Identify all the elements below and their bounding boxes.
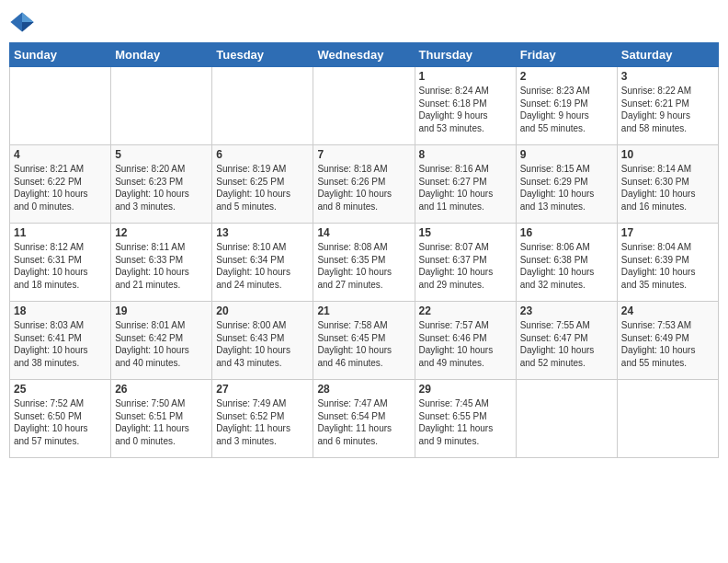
week-row-4: 25Sunrise: 7:52 AM Sunset: 6:50 PM Dayli… xyxy=(10,380,719,458)
calendar-table: SundayMondayTuesdayWednesdayThursdayFrid… xyxy=(9,42,719,458)
day-cell: 26Sunrise: 7:50 AM Sunset: 6:51 PM Dayli… xyxy=(111,380,212,458)
day-cell: 10Sunrise: 8:14 AM Sunset: 6:30 PM Dayli… xyxy=(617,145,718,224)
day-cell: 7Sunrise: 8:18 AM Sunset: 6:26 PM Daylig… xyxy=(313,145,415,224)
week-row-3: 18Sunrise: 8:03 AM Sunset: 6:41 PM Dayli… xyxy=(10,302,719,380)
day-info: Sunrise: 8:20 AM Sunset: 6:23 PM Dayligh… xyxy=(115,163,208,213)
day-cell: 11Sunrise: 8:12 AM Sunset: 6:31 PM Dayli… xyxy=(10,224,111,302)
day-cell: 29Sunrise: 7:45 AM Sunset: 6:55 PM Dayli… xyxy=(415,380,516,458)
day-info: Sunrise: 7:49 AM Sunset: 6:52 PM Dayligh… xyxy=(216,397,309,447)
day-info: Sunrise: 8:15 AM Sunset: 6:29 PM Dayligh… xyxy=(520,163,613,213)
day-number: 5 xyxy=(115,148,208,161)
day-cell xyxy=(212,67,313,145)
day-cell: 13Sunrise: 8:10 AM Sunset: 6:34 PM Dayli… xyxy=(212,224,313,302)
day-info: Sunrise: 7:52 AM Sunset: 6:50 PM Dayligh… xyxy=(14,397,107,447)
day-number: 10 xyxy=(621,148,714,161)
day-number: 18 xyxy=(14,304,107,317)
header-row: SundayMondayTuesdayWednesdayThursdayFrid… xyxy=(10,43,719,67)
header-cell-wednesday: Wednesday xyxy=(313,43,415,67)
day-info: Sunrise: 7:47 AM Sunset: 6:54 PM Dayligh… xyxy=(317,397,410,447)
day-number: 23 xyxy=(520,304,613,317)
day-info: Sunrise: 8:21 AM Sunset: 6:22 PM Dayligh… xyxy=(14,163,107,213)
day-cell xyxy=(10,67,111,145)
day-info: Sunrise: 8:10 AM Sunset: 6:34 PM Dayligh… xyxy=(216,241,309,291)
day-number: 9 xyxy=(520,148,613,161)
day-cell: 23Sunrise: 7:55 AM Sunset: 6:47 PM Dayli… xyxy=(516,302,617,380)
day-cell: 16Sunrise: 8:06 AM Sunset: 6:38 PM Dayli… xyxy=(516,224,617,302)
week-row-2: 11Sunrise: 8:12 AM Sunset: 6:31 PM Dayli… xyxy=(10,224,719,302)
day-cell xyxy=(617,380,718,458)
day-number: 28 xyxy=(317,383,410,396)
day-info: Sunrise: 8:11 AM Sunset: 6:33 PM Dayligh… xyxy=(115,241,208,291)
day-cell: 3Sunrise: 8:22 AM Sunset: 6:21 PM Daylig… xyxy=(617,67,718,145)
day-number: 25 xyxy=(14,383,107,396)
week-row-1: 4Sunrise: 8:21 AM Sunset: 6:22 PM Daylig… xyxy=(10,145,719,224)
day-info: Sunrise: 8:03 AM Sunset: 6:41 PM Dayligh… xyxy=(14,319,107,369)
day-number: 17 xyxy=(621,226,714,239)
day-cell: 2Sunrise: 8:23 AM Sunset: 6:19 PM Daylig… xyxy=(516,67,617,145)
header-cell-thursday: Thursday xyxy=(415,43,516,67)
day-info: Sunrise: 8:08 AM Sunset: 6:35 PM Dayligh… xyxy=(317,241,410,291)
day-number: 29 xyxy=(419,383,512,396)
day-info: Sunrise: 7:53 AM Sunset: 6:49 PM Dayligh… xyxy=(621,319,714,369)
svg-marker-2 xyxy=(22,22,34,32)
header-cell-monday: Monday xyxy=(111,43,212,67)
day-number: 15 xyxy=(419,226,512,239)
day-number: 22 xyxy=(419,304,512,317)
day-number: 20 xyxy=(216,304,309,317)
header-cell-tuesday: Tuesday xyxy=(212,43,313,67)
day-info: Sunrise: 8:12 AM Sunset: 6:31 PM Dayligh… xyxy=(14,241,107,291)
page-header xyxy=(9,9,719,35)
day-number: 6 xyxy=(216,148,309,161)
day-number: 27 xyxy=(216,383,309,396)
day-info: Sunrise: 8:23 AM Sunset: 6:19 PM Dayligh… xyxy=(520,85,613,134)
day-cell xyxy=(111,67,212,145)
day-info: Sunrise: 8:16 AM Sunset: 6:27 PM Dayligh… xyxy=(419,163,512,213)
day-number: 21 xyxy=(317,304,410,317)
day-cell: 14Sunrise: 8:08 AM Sunset: 6:35 PM Dayli… xyxy=(313,224,415,302)
day-info: Sunrise: 8:06 AM Sunset: 6:38 PM Dayligh… xyxy=(520,241,613,291)
day-cell: 9Sunrise: 8:15 AM Sunset: 6:29 PM Daylig… xyxy=(516,145,617,224)
day-cell: 4Sunrise: 8:21 AM Sunset: 6:22 PM Daylig… xyxy=(10,145,111,224)
day-info: Sunrise: 7:50 AM Sunset: 6:51 PM Dayligh… xyxy=(115,397,208,447)
day-cell: 19Sunrise: 8:01 AM Sunset: 6:42 PM Dayli… xyxy=(111,302,212,380)
day-info: Sunrise: 7:58 AM Sunset: 6:45 PM Dayligh… xyxy=(317,319,410,369)
day-number: 16 xyxy=(520,226,613,239)
day-info: Sunrise: 8:19 AM Sunset: 6:25 PM Dayligh… xyxy=(216,163,309,213)
day-cell: 6Sunrise: 8:19 AM Sunset: 6:25 PM Daylig… xyxy=(212,145,313,224)
day-number: 11 xyxy=(14,226,107,239)
week-row-0: 1Sunrise: 8:24 AM Sunset: 6:18 PM Daylig… xyxy=(10,67,719,145)
day-cell: 15Sunrise: 8:07 AM Sunset: 6:37 PM Dayli… xyxy=(415,224,516,302)
day-cell: 1Sunrise: 8:24 AM Sunset: 6:18 PM Daylig… xyxy=(415,67,516,145)
day-number: 3 xyxy=(621,70,714,83)
calendar-body: 1Sunrise: 8:24 AM Sunset: 6:18 PM Daylig… xyxy=(10,67,719,458)
day-info: Sunrise: 8:07 AM Sunset: 6:37 PM Dayligh… xyxy=(419,241,512,291)
header-cell-saturday: Saturday xyxy=(617,43,718,67)
day-info: Sunrise: 8:01 AM Sunset: 6:42 PM Dayligh… xyxy=(115,319,208,369)
day-info: Sunrise: 8:00 AM Sunset: 6:43 PM Dayligh… xyxy=(216,319,309,369)
day-info: Sunrise: 7:45 AM Sunset: 6:55 PM Dayligh… xyxy=(419,397,512,447)
day-cell: 25Sunrise: 7:52 AM Sunset: 6:50 PM Dayli… xyxy=(10,380,111,458)
day-cell xyxy=(516,380,617,458)
svg-marker-1 xyxy=(22,13,34,23)
day-cell: 18Sunrise: 8:03 AM Sunset: 6:41 PM Dayli… xyxy=(10,302,111,380)
header-cell-friday: Friday xyxy=(516,43,617,67)
logo-icon xyxy=(9,9,35,35)
day-info: Sunrise: 8:14 AM Sunset: 6:30 PM Dayligh… xyxy=(621,163,714,213)
logo xyxy=(9,9,39,35)
day-number: 8 xyxy=(419,148,512,161)
day-info: Sunrise: 8:24 AM Sunset: 6:18 PM Dayligh… xyxy=(419,85,512,134)
day-number: 14 xyxy=(317,226,410,239)
day-number: 12 xyxy=(115,226,208,239)
day-number: 19 xyxy=(115,304,208,317)
day-number: 24 xyxy=(621,304,714,317)
day-number: 7 xyxy=(317,148,410,161)
day-cell: 24Sunrise: 7:53 AM Sunset: 6:49 PM Dayli… xyxy=(617,302,718,380)
day-number: 2 xyxy=(520,70,613,83)
day-cell: 21Sunrise: 7:58 AM Sunset: 6:45 PM Dayli… xyxy=(313,302,415,380)
day-info: Sunrise: 7:55 AM Sunset: 6:47 PM Dayligh… xyxy=(520,319,613,369)
header-cell-sunday: Sunday xyxy=(10,43,111,67)
day-cell xyxy=(313,67,415,145)
day-info: Sunrise: 8:18 AM Sunset: 6:26 PM Dayligh… xyxy=(317,163,410,213)
day-number: 1 xyxy=(419,70,512,83)
day-info: Sunrise: 8:04 AM Sunset: 6:39 PM Dayligh… xyxy=(621,241,714,291)
